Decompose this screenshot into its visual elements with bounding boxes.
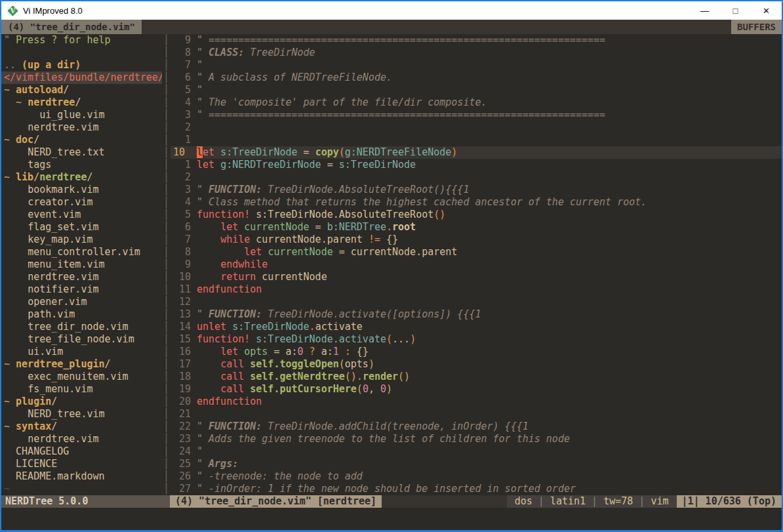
token-num: 0: [298, 346, 304, 358]
tree-item[interactable]: tree_dir_node.vim: [1, 321, 162, 333]
code-line[interactable]: 1let g:NERDTreeDirNode = s:TreeDirNode: [171, 159, 782, 171]
code-line[interactable]: 14unlet s:TreeDirNode.activate: [171, 321, 782, 333]
tree-item[interactable]: ~ nerdtree/: [1, 96, 162, 109]
code-line[interactable]: 7 while currentNode.parent != {}: [171, 234, 782, 246]
tree-item[interactable]: LICENCE: [1, 458, 162, 470]
line-number: 5: [173, 84, 191, 96]
code-line[interactable]: 15function! s:TreeDirNode.activate(...): [171, 333, 782, 346]
token-kw: function!: [197, 333, 250, 345]
tree-item[interactable]: nerdtree.vim: [1, 121, 162, 134]
tree-item[interactable]: NERD_tree.vim: [1, 408, 162, 420]
code-line[interactable]: 2: [171, 121, 782, 134]
token-fg: [4, 308, 28, 320]
maximize-button[interactable]: □: [720, 1, 751, 20]
code-line[interactable]: 6" A subclass of NERDTreeFileNode.: [171, 72, 782, 84]
code-line[interactable]: 24": [171, 445, 782, 458]
code-line-current[interactable]: 10let s:TreeDirNode = copy(g:NERDTreeFil…: [171, 146, 782, 159]
code-line[interactable]: 2: [171, 171, 782, 184]
separator-glyph: │: [162, 59, 171, 72]
tree-item[interactable]: tree_file_node.vim: [1, 333, 162, 346]
token-num: 0: [363, 383, 369, 395]
tree-item[interactable]: opener.vim: [1, 296, 162, 308]
tree-item[interactable]: " Press ? for help: [1, 34, 162, 47]
token-arrow: ~: [4, 420, 16, 432]
token-cm: ": [197, 458, 209, 470]
code-line[interactable]: 25" Args:: [171, 458, 782, 470]
tree-item[interactable]: ~ autoload/: [1, 84, 162, 96]
code-line[interactable]: 19 call self.putCursorHere(0, 0): [171, 383, 782, 396]
token-fg: /: [63, 84, 69, 96]
code-line[interactable]: 17 call self.toggleOpen(opts): [171, 358, 782, 371]
code-line[interactable]: 21: [171, 408, 782, 420]
code-line[interactable]: 9" =====================================…: [171, 34, 782, 47]
code-line[interactable]: 5function! s:TreeDirNode.AbsoluteTreeRoo…: [171, 209, 782, 221]
tree-item[interactable]: exec_menuitem.vim: [1, 371, 162, 383]
code-line[interactable]: 22" FUNCTION: TreeDirNode.addChild(treen…: [171, 420, 782, 433]
token-fg: [4, 146, 28, 158]
tree-item[interactable]: ~: [1, 483, 162, 495]
token-kw: call: [220, 383, 244, 395]
tree-item[interactable]: ~ doc/: [1, 134, 162, 146]
buffer-tab-active[interactable]: (4) "tree_dir_node.vim": [1, 20, 142, 34]
tree-item[interactable]: ~ syntax/: [1, 420, 162, 433]
command-line[interactable]: [1, 508, 782, 530]
code-line[interactable]: 3" FUNCTION: TreeDirNode.AbsoluteTreeRoo…: [171, 184, 782, 196]
token-num: 0: [380, 383, 386, 395]
code-line[interactable]: 16 let opts = a:0 ? a:1 : {}: [171, 346, 782, 358]
tree-item[interactable]: ~ plugin/: [1, 396, 162, 408]
separator-glyph: │: [162, 383, 171, 396]
window-separator[interactable]: │││││││││││││││││││││││││││││││││││││: [162, 34, 171, 495]
tree-item[interactable]: path.vim: [1, 308, 162, 321]
tree-item[interactable]: .. (up a dir): [1, 59, 162, 72]
token-fg: ,: [369, 383, 380, 395]
tree-item[interactable]: key_map.vim: [1, 234, 162, 246]
tree-item[interactable]: NERD_tree.txt: [1, 146, 162, 159]
tree-item[interactable]: ui_glue.vim: [1, 109, 162, 121]
tree-item[interactable]: notifier.vim: [1, 283, 162, 296]
code-line[interactable]: 20endfunction: [171, 396, 782, 408]
code-line[interactable]: 27" -inOrder: 1 if the new node should b…: [171, 483, 782, 495]
tree-item[interactable]: ui.vim: [1, 346, 162, 358]
code-line[interactable]: 8 let currentNode = currentNode.parent: [171, 246, 782, 258]
code-line[interactable]: 18 call self.getNerdtree().render(): [171, 371, 782, 383]
code-line[interactable]: 12: [171, 296, 782, 308]
token-fg: [197, 346, 220, 358]
tree-item[interactable]: fs_menu.vim: [1, 383, 162, 396]
tree-item[interactable]: README.markdown: [1, 470, 162, 483]
code-line[interactable]: 13" FUNCTION: TreeDirNode.activate([opti…: [171, 308, 782, 321]
token-kw: et: [203, 146, 214, 158]
code-line[interactable]: 4" Class method that returns the highest…: [171, 196, 782, 209]
code-line[interactable]: 9 endwhile: [171, 258, 782, 271]
code-line[interactable]: 8" CLASS: TreeDirNode: [171, 47, 782, 59]
tree-item[interactable]: flag_set.vim: [1, 221, 162, 234]
code-line[interactable]: 5": [171, 84, 782, 96]
code-line[interactable]: 26" -treenode: the node to add: [171, 470, 782, 483]
minimize-button[interactable]: —: [689, 1, 720, 20]
code-text: " The 'composite' part of the file/dir c…: [197, 96, 487, 109]
code-line[interactable]: 4" The 'composite' part of the file/dir …: [171, 96, 782, 109]
tree-item[interactable]: creator.vim: [1, 196, 162, 209]
line-number: 3: [173, 184, 191, 196]
editor-pane[interactable]: 9" =====================================…: [171, 34, 782, 495]
tree-item[interactable]: ~ nerdtree_plugin/: [1, 358, 162, 371]
tree-item[interactable]: </vimfiles/bundle/nerdtree/: [1, 72, 162, 84]
code-line[interactable]: 7": [171, 59, 782, 72]
tree-item[interactable]: nerdtree.vim: [1, 433, 162, 445]
tree-item[interactable]: nerdtree.vim: [1, 271, 162, 283]
code-line[interactable]: 23" Adds the given treenode to the list …: [171, 433, 782, 445]
close-button[interactable]: ✕: [751, 1, 782, 20]
tree-item[interactable]: menu_controller.vim: [1, 246, 162, 258]
code-line[interactable]: 1: [171, 134, 782, 146]
tree-item[interactable]: CHANGELOG: [1, 445, 162, 458]
tree-item[interactable]: bookmark.vim: [1, 184, 162, 196]
vim-window: V Vi IMproved 8.0 — □ ✕ (4) "tree_dir_no…: [0, 0, 783, 532]
tree-item[interactable]: ~ lib/nerdtree/: [1, 171, 162, 184]
token-fg: [226, 321, 232, 333]
code-line[interactable]: 3" =====================================…: [171, 109, 782, 121]
code-line[interactable]: 10 return currentNode: [171, 271, 782, 283]
code-line[interactable]: 11endfunction: [171, 283, 782, 296]
code-line[interactable]: 6 let currentNode = b:NERDTree.root: [171, 221, 782, 234]
tree-item[interactable]: tags: [1, 159, 162, 171]
tree-item[interactable]: event.vim: [1, 209, 162, 221]
tree-item[interactable]: menu_item.vim: [1, 258, 162, 271]
